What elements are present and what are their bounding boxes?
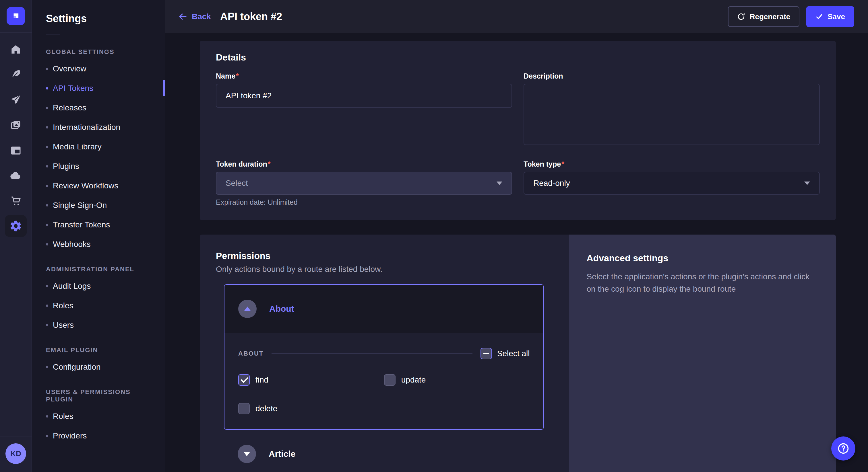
subnav-item-internationalization[interactable]: Internationalization xyxy=(32,117,165,137)
media-library-icon[interactable] xyxy=(5,114,27,136)
chevron-down-icon xyxy=(243,452,250,456)
icon-rail: KD xyxy=(0,0,32,472)
required-asterisk: * xyxy=(236,72,239,80)
subnav-item-transfer-tokens[interactable]: Transfer Tokens xyxy=(32,215,165,235)
find-checkbox[interactable] xyxy=(238,374,250,386)
rail-icons xyxy=(5,38,27,237)
save-button[interactable]: Save xyxy=(806,6,854,27)
subnav-section-label-administration-panel: ADMINISTRATION PANEL xyxy=(32,254,165,276)
permissions-card: Permissions Only actions bound by a rout… xyxy=(200,235,836,472)
subnav-item-configuration[interactable]: Configuration xyxy=(32,357,165,377)
subnav-item-label: Single Sign-On xyxy=(53,201,107,210)
back-link[interactable]: Back xyxy=(178,12,211,21)
layout-icon[interactable] xyxy=(5,139,27,161)
action-label: delete xyxy=(255,404,277,413)
subnav-item-releases[interactable]: Releases xyxy=(32,98,165,117)
token-type-field: Token type* Read-only xyxy=(524,160,820,206)
subnav-item-plugins[interactable]: Plugins xyxy=(32,157,165,176)
advanced-settings-heading: Advanced settings xyxy=(586,253,818,264)
subnav-item-webhooks[interactable]: Webhooks xyxy=(32,235,165,254)
select-all-label: Select all xyxy=(497,349,530,358)
back-arrow-icon xyxy=(178,12,187,21)
subnav-item-roles[interactable]: Roles xyxy=(32,407,165,426)
select-all-control[interactable]: Select all xyxy=(480,348,530,359)
about-subsection-label: ABOUT xyxy=(238,350,264,357)
rail-bottom: KD xyxy=(0,429,32,472)
back-label: Back xyxy=(192,12,211,21)
bullet-icon xyxy=(46,324,48,326)
settings-gear-icon[interactable] xyxy=(5,215,27,237)
subnav-item-label: Review Workflows xyxy=(53,181,118,191)
subnav-item-label: Internationalization xyxy=(53,123,120,132)
cloud-icon[interactable] xyxy=(5,165,27,187)
topbar-actions: Regenerate Save xyxy=(728,6,854,27)
content: Details Name* Description Token duration… xyxy=(165,33,868,472)
subnav-item-label: Audit Logs xyxy=(53,281,91,291)
permission-action-delete[interactable]: delete xyxy=(238,403,384,414)
about-accordion: About ABOUT Select all fin xyxy=(224,284,544,430)
description-textarea[interactable] xyxy=(524,84,820,145)
select-all-checkbox[interactable] xyxy=(480,348,492,359)
chevron-down-icon xyxy=(804,181,810,185)
collapse-toggle-button[interactable] xyxy=(238,300,257,318)
subnav-item-roles[interactable]: Roles xyxy=(32,296,165,315)
rail-bottom-divider xyxy=(0,436,32,436)
bullet-icon xyxy=(46,243,48,245)
subnav-item-overview[interactable]: Overview xyxy=(32,59,165,78)
subnav-item-audit-logs[interactable]: Audit Logs xyxy=(32,276,165,296)
chevron-down-icon xyxy=(497,181,502,185)
send-plane-icon[interactable] xyxy=(5,89,27,111)
details-heading: Details xyxy=(216,52,820,63)
token-duration-select[interactable]: Select xyxy=(216,172,512,195)
question-circle-icon xyxy=(836,442,850,456)
subnav-item-media-library[interactable]: Media Library xyxy=(32,137,165,157)
subnav-section-label-users-permissions-plugin: USERS & PERMISSIONS PLUGIN xyxy=(32,377,165,407)
home-icon[interactable] xyxy=(5,38,27,60)
bullet-icon xyxy=(46,366,48,368)
regenerate-button[interactable]: Regenerate xyxy=(728,6,800,27)
expand-toggle-button[interactable] xyxy=(238,445,256,463)
settings-subnav: Settings GLOBAL SETTINGSOverviewAPI Toke… xyxy=(32,0,165,472)
permission-action-update[interactable]: update xyxy=(384,374,530,386)
subnav-item-label: Webhooks xyxy=(53,240,91,249)
article-accordion-label: Article xyxy=(269,449,296,459)
update-checkbox[interactable] xyxy=(384,374,396,386)
main-area: Back API token #2 Regenerate Save xyxy=(165,0,868,472)
page-title: API token #2 xyxy=(220,11,282,23)
about-subsection-row: ABOUT Select all xyxy=(238,348,530,359)
token-type-value: Read-only xyxy=(533,179,570,188)
advanced-settings-panel: Advanced settings Select the application… xyxy=(569,235,836,472)
description-label: Description xyxy=(524,72,820,80)
subnav-item-label: Roles xyxy=(53,412,73,421)
required-asterisk: * xyxy=(561,160,564,168)
token-type-select[interactable]: Read-only xyxy=(524,172,820,195)
marketplace-cart-icon[interactable] xyxy=(5,190,27,212)
help-button[interactable] xyxy=(831,436,856,461)
subnav-item-providers[interactable]: Providers xyxy=(32,426,165,446)
delete-checkbox[interactable] xyxy=(238,403,250,414)
article-accordion-header[interactable]: Article xyxy=(224,434,544,472)
token-duration-field: Token duration* Select Expiration date: … xyxy=(216,160,512,206)
subnav-item-label: Plugins xyxy=(53,162,79,171)
topbar: Back API token #2 Regenerate Save xyxy=(165,0,868,33)
strapi-admin-app: KD Settings GLOBAL SETTINGSOverviewAPI T… xyxy=(0,0,868,472)
strapi-logo[interactable] xyxy=(7,7,25,25)
subnav-item-label: Configuration xyxy=(53,363,101,372)
action-label: update xyxy=(401,375,426,384)
bullet-icon xyxy=(46,87,48,90)
permission-action-find[interactable]: find xyxy=(238,374,384,386)
subnav-item-users[interactable]: Users xyxy=(32,315,165,335)
about-accordion-label: About xyxy=(269,304,294,314)
content-feather-icon[interactable] xyxy=(5,64,27,86)
bullet-icon xyxy=(46,415,48,417)
subnav-item-label: Users xyxy=(53,321,74,330)
subnav-item-label: Overview xyxy=(53,64,86,73)
subnav-item-review-workflows[interactable]: Review Workflows xyxy=(32,176,165,196)
user-avatar[interactable]: KD xyxy=(5,443,26,464)
subnav-item-api-tokens[interactable]: API Tokens xyxy=(32,78,165,98)
name-label: Name* xyxy=(216,72,512,80)
about-accordion-header[interactable]: About xyxy=(224,285,544,333)
permissions-section: Permissions Only actions bound by a rout… xyxy=(200,235,569,472)
subnav-item-single-sign-on[interactable]: Single Sign-On xyxy=(32,196,165,215)
name-input[interactable] xyxy=(216,84,512,108)
